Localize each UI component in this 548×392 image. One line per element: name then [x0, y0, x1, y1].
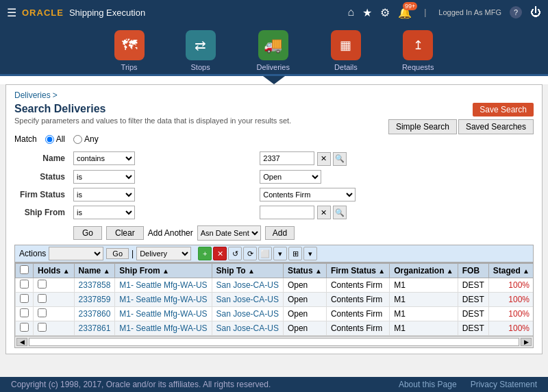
header-ship-from[interactable]: Ship From ▲: [115, 264, 212, 278]
nav-item-trips[interactable]: 🗺 Trips: [114, 30, 145, 71]
refresh-icon[interactable]: ↺: [228, 247, 242, 260]
add-row-icon[interactable]: +: [198, 247, 212, 260]
footer: Copyright (c) 1998, 2017, Oracle and/or …: [0, 377, 548, 392]
header-checkbox-col[interactable]: [16, 264, 34, 278]
row-name-3[interactable]: 2337861: [74, 321, 115, 336]
results-go-button[interactable]: Go: [106, 248, 129, 259]
nav-item-stops[interactable]: ⇄ Stops: [186, 30, 216, 71]
select-all-checkbox[interactable]: [20, 265, 29, 274]
header-name[interactable]: Name ▲: [74, 264, 115, 278]
add-button[interactable]: Add: [265, 226, 295, 240]
divider-bar: |: [132, 249, 134, 258]
row-checkbox-0[interactable]: [16, 278, 34, 293]
table-row: 2337860 M1- Seattle Mfg-WA-US San Jose-C…: [16, 307, 534, 321]
columns-icon[interactable]: ▾: [303, 247, 317, 260]
header-holds[interactable]: Holds ▲: [34, 264, 75, 278]
notifications-icon[interactable]: 🔔99+: [398, 6, 412, 19]
row-holds-2[interactable]: [34, 307, 75, 321]
view-icon[interactable]: ⊞: [288, 247, 302, 260]
privacy-statement-link[interactable]: Privacy Statement: [471, 380, 537, 389]
scroll-bar[interactable]: [29, 338, 519, 346]
match-any-label[interactable]: Any: [73, 134, 99, 144]
toolbar-icons: + ✕ ↺ ⟳ ⬜ ▾ ⊞ ▾: [198, 247, 317, 260]
row-fob-1: DEST: [458, 293, 488, 307]
firm-status-operator-select[interactable]: isis not: [73, 188, 135, 201]
name-value-input[interactable]: [260, 151, 314, 165]
firm-status-value-select[interactable]: Contents FirmShip Method FirmDate Firm: [260, 188, 356, 201]
oracle-logo: ORACLE: [22, 8, 64, 18]
row-checkbox-3[interactable]: [16, 321, 34, 336]
row-name-1[interactable]: 2337859: [74, 293, 115, 307]
ship-from-label: Ship From: [14, 204, 69, 222]
clear-button[interactable]: Clear: [106, 226, 144, 240]
match-row: Match All Any: [14, 134, 534, 144]
scroll-right-button[interactable]: ▶: [521, 338, 532, 346]
favorites-icon[interactable]: ★: [362, 6, 372, 19]
results-toolbar: Actions Go | Delivery + ✕ ↺ ⟳ ⬜ ▾ ⊞: [14, 245, 534, 262]
row-staged-1: 100%: [488, 293, 534, 307]
header-organization[interactable]: Organization ▲: [390, 264, 458, 278]
status-value-select[interactable]: OpenClosedCancelled: [260, 170, 321, 184]
name-operator-select[interactable]: containsisstarts withends with: [73, 151, 135, 165]
ship-from-value-input[interactable]: [260, 206, 314, 219]
row-name-2[interactable]: 2337860: [74, 307, 115, 321]
nav-item-requests[interactable]: ↥ Requests: [402, 30, 434, 71]
details-icon: ▦: [331, 30, 361, 60]
actions-select[interactable]: [49, 247, 103, 260]
saved-searches-button[interactable]: Saved Searches: [458, 119, 534, 134]
row-checkbox-1[interactable]: [16, 293, 34, 307]
nav-item-deliveries[interactable]: 🚚 Deliveries: [257, 30, 290, 71]
export-icon[interactable]: ⬜: [258, 247, 272, 260]
row-holds-3[interactable]: [34, 321, 75, 336]
scroll-left-button[interactable]: ◀: [16, 338, 27, 346]
row-holds-0[interactable]: [34, 278, 75, 293]
row-checkbox-2[interactable]: [16, 307, 34, 321]
add-another-select[interactable]: Asn Date SentCarrierCustomerFOB: [197, 225, 261, 241]
match-all-radio[interactable]: [45, 135, 54, 144]
row-ship-to-2: San Jose-CA-US: [212, 307, 283, 321]
save-search-button[interactable]: Save Search: [473, 103, 534, 117]
header-status[interactable]: Status ▲: [283, 264, 326, 278]
data-table: Holds ▲ Name ▲ Ship From ▲ Ship To ▲ Sta…: [15, 263, 534, 336]
row-status-0: Open: [283, 278, 326, 293]
header-firm-status[interactable]: Firm Status ▲: [326, 264, 389, 278]
settings-icon[interactable]: ⚙: [380, 6, 390, 19]
sync-icon[interactable]: ⟳: [243, 247, 257, 260]
settings-rows-icon[interactable]: ▾: [273, 247, 287, 260]
ship-from-search-icon[interactable]: 🔍: [333, 206, 347, 219]
notification-badge: 99+: [403, 2, 417, 10]
header-staged[interactable]: Staged ▲: [488, 264, 534, 278]
name-search-icon[interactable]: 🔍: [333, 152, 347, 166]
app-title: Shipping Execution: [69, 8, 145, 18]
row-name-0[interactable]: 2337858: [74, 278, 115, 293]
delete-row-icon[interactable]: ✕: [213, 247, 227, 260]
header-divider: |: [424, 8, 426, 17]
row-ship-from-1: M1- Seattle Mfg-WA-US: [115, 293, 212, 307]
help-icon[interactable]: ?: [510, 6, 522, 19]
match-any-radio[interactable]: [73, 135, 82, 144]
go-button[interactable]: Go: [73, 226, 102, 240]
header-fob[interactable]: FOB: [458, 264, 488, 278]
nav-item-details[interactable]: ▦ Details: [331, 30, 361, 71]
data-table-container: Holds ▲ Name ▲ Ship From ▲ Ship To ▲ Sta…: [14, 262, 534, 348]
simple-search-button[interactable]: Simple Search: [388, 119, 457, 134]
row-holds-1[interactable]: [34, 293, 75, 307]
menu-icon[interactable]: ☰: [7, 6, 16, 19]
home-icon[interactable]: ⌂: [347, 6, 354, 19]
power-icon[interactable]: ⏻: [530, 6, 541, 19]
ship-from-clear-icon[interactable]: ✕: [317, 206, 331, 219]
delivery-select[interactable]: Delivery: [136, 247, 191, 260]
row-ship-to-0: San Jose-CA-US: [212, 278, 283, 293]
header-ship-to[interactable]: Ship To ▲: [212, 264, 283, 278]
about-page-link[interactable]: About this Page: [399, 380, 457, 389]
ship-from-operator-select[interactable]: isis notcontains: [73, 206, 135, 219]
breadcrumb-deliveries[interactable]: Deliveries: [14, 90, 51, 100]
row-fob-2: DEST: [458, 307, 488, 321]
name-clear-icon[interactable]: ✕: [317, 152, 331, 166]
table-row: 2337859 M1- Seattle Mfg-WA-US San Jose-C…: [16, 293, 534, 307]
match-all-label[interactable]: All: [45, 134, 65, 144]
status-row: Status isis notcontains OpenClosedCancel…: [14, 168, 534, 186]
nav-label-trips: Trips: [121, 63, 138, 71]
status-operator-select[interactable]: isis notcontains: [73, 170, 135, 184]
nav-label-requests: Requests: [402, 63, 434, 71]
